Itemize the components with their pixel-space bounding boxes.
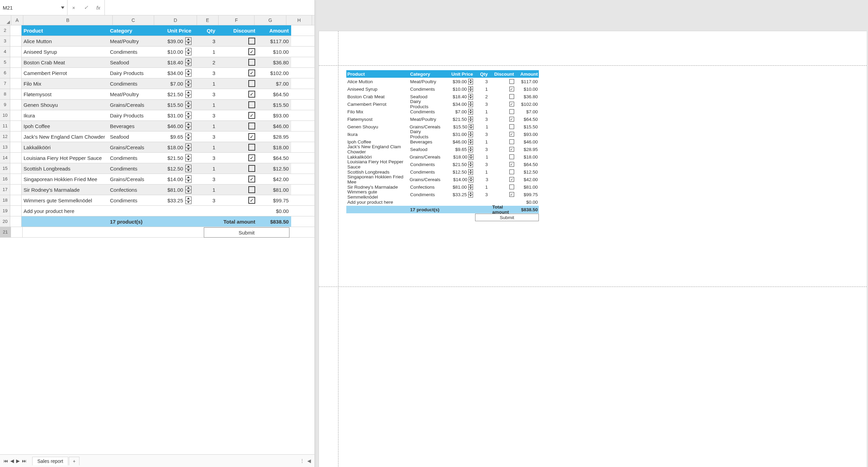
scroll-left-icon[interactable]: ◀ — [307, 458, 311, 464]
discount-checkbox[interactable] — [248, 38, 255, 45]
spin-down-icon[interactable] — [186, 179, 191, 183]
price-spinner[interactable] — [185, 186, 191, 193]
cell-h[interactable] — [291, 185, 314, 195]
cell-qty[interactable]: 3 — [194, 89, 221, 99]
spin-up-icon[interactable] — [186, 112, 191, 116]
cell-a[interactable] — [10, 110, 21, 121]
cell-a[interactable] — [10, 206, 21, 216]
discount-checkbox[interactable] — [248, 165, 255, 172]
formula-input[interactable] — [105, 0, 314, 15]
price-spinner[interactable] — [185, 122, 191, 130]
price-spinner[interactable] — [185, 165, 191, 172]
sheet-tab[interactable]: Sales report — [32, 457, 68, 465]
spin-down-icon[interactable] — [186, 52, 191, 55]
cell-price[interactable]: $81.00 — [150, 185, 194, 195]
row-header-10[interactable]: 10 — [0, 110, 10, 121]
col-header-D[interactable]: D — [154, 15, 197, 25]
spin-down-icon[interactable] — [186, 158, 191, 162]
price-spinner[interactable] — [185, 101, 191, 109]
cell-product[interactable]: Scottish Longbreads — [22, 163, 108, 174]
row-header-19[interactable]: 19 — [0, 206, 10, 216]
spin-down-icon[interactable] — [186, 116, 191, 119]
row-header-8[interactable]: 8 — [0, 89, 10, 99]
cell-a[interactable] — [10, 131, 21, 142]
spin-down-icon[interactable] — [186, 63, 191, 66]
price-spinner[interactable] — [185, 197, 191, 204]
cell-a[interactable] — [10, 68, 21, 78]
cell-a[interactable] — [10, 47, 21, 57]
cell-a[interactable] — [10, 25, 21, 36]
cell-category[interactable]: Condiments — [108, 163, 150, 174]
spin-up-icon[interactable] — [186, 70, 191, 73]
cell-discount[interactable] — [221, 89, 258, 99]
cell-amount[interactable]: $64.50 — [258, 89, 291, 99]
cell-price[interactable]: $46.00 — [150, 121, 194, 131]
select-all-corner[interactable] — [0, 15, 11, 25]
discount-checkbox[interactable] — [248, 80, 255, 87]
cell-amount[interactable]: $7.00 — [258, 78, 291, 89]
cell-amount[interactable]: $42.00 — [258, 174, 291, 184]
cell-a[interactable] — [10, 153, 21, 163]
col-header-C[interactable]: C — [113, 15, 154, 25]
nav-next-icon[interactable]: ▶ — [16, 458, 20, 464]
cell-h[interactable] — [291, 100, 314, 110]
cell-a[interactable] — [10, 195, 21, 205]
spin-up-icon[interactable] — [186, 38, 191, 41]
cell-category[interactable]: Condiments — [108, 153, 150, 163]
spin-down-icon[interactable] — [186, 41, 191, 45]
row-header-21[interactable]: 21 — [0, 227, 11, 237]
spin-down-icon[interactable] — [186, 169, 191, 172]
spin-down-icon[interactable] — [186, 137, 191, 140]
row-header-4[interactable]: 4 — [0, 47, 10, 57]
cell-h[interactable] — [291, 78, 314, 89]
nav-last-icon[interactable]: ⏭ — [22, 458, 27, 464]
cell-price[interactable]: $18.00 — [150, 142, 194, 152]
discount-checkbox[interactable] — [248, 112, 255, 119]
cell-discount[interactable] — [221, 131, 258, 142]
cell-h[interactable] — [291, 174, 314, 184]
spin-up-icon[interactable] — [186, 154, 191, 158]
cell-a[interactable] — [10, 57, 21, 67]
sb-d[interactable] — [158, 227, 203, 237]
cell-discount[interactable] — [221, 78, 258, 89]
spin-up-icon[interactable] — [186, 59, 191, 63]
cell-price[interactable]: $31.00 — [150, 110, 194, 121]
cell-product[interactable]: Fløtemysost — [22, 89, 108, 99]
cell-qty[interactable]: 3 — [194, 110, 221, 121]
cell-product[interactable]: Singaporean Hokkien Fried Mee — [22, 174, 108, 184]
price-spinner[interactable] — [185, 37, 191, 45]
cell-amount[interactable]: $15.50 — [258, 100, 291, 110]
cell-amount[interactable]: $12.50 — [258, 163, 291, 174]
discount-checkbox[interactable] — [248, 59, 255, 66]
cell-qty[interactable]: 1 — [194, 185, 221, 195]
cell-amount[interactable]: $10.00 — [258, 47, 291, 57]
row-header-6[interactable]: 6 — [0, 68, 10, 78]
cell-qty[interactable]: 3 — [194, 195, 221, 205]
row-header-7[interactable]: 7 — [0, 78, 10, 89]
spin-down-icon[interactable] — [186, 126, 191, 130]
cell-price[interactable]: $34.00 — [150, 68, 194, 78]
filler-qty[interactable] — [194, 206, 221, 216]
spin-up-icon[interactable] — [186, 176, 191, 179]
cell-discount[interactable] — [221, 174, 258, 184]
nav-first-icon[interactable]: ⏮ — [3, 458, 8, 464]
cell-h[interactable] — [291, 68, 314, 78]
cell-discount[interactable] — [221, 47, 258, 57]
cell-a[interactable] — [10, 100, 21, 110]
cell-category[interactable]: Dairy Products — [108, 110, 150, 121]
filler-product[interactable]: Add your product here — [22, 206, 108, 216]
fx-button[interactable]: fx — [92, 5, 104, 11]
row-header-20[interactable]: 20 — [0, 216, 10, 227]
col-header-H[interactable]: H — [286, 15, 312, 25]
cell-product[interactable]: Filo Mix — [22, 78, 108, 89]
cell-amount[interactable]: $64.50 — [258, 153, 291, 163]
cell-amount[interactable]: $102.00 — [258, 68, 291, 78]
cell-discount[interactable] — [221, 185, 258, 195]
row-header-15[interactable]: 15 — [0, 163, 10, 174]
cell-product[interactable]: Alice Mutton — [22, 36, 108, 46]
cell-price[interactable]: $9.65 — [150, 131, 194, 142]
col-header-A[interactable]: A — [11, 15, 23, 25]
cell-discount[interactable] — [221, 142, 258, 152]
row-header-3[interactable]: 3 — [0, 36, 10, 46]
discount-checkbox[interactable] — [248, 176, 255, 182]
